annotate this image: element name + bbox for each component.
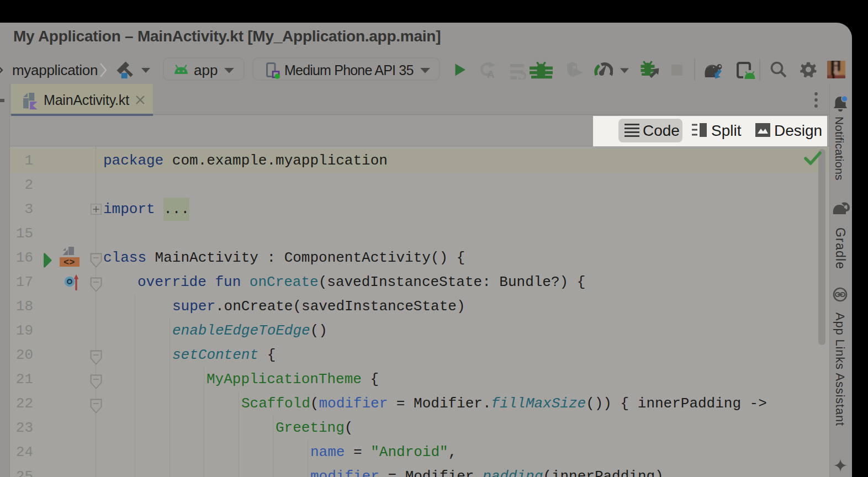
svg-text:A: A — [487, 68, 495, 79]
svg-text:<>: <> — [63, 257, 75, 268]
